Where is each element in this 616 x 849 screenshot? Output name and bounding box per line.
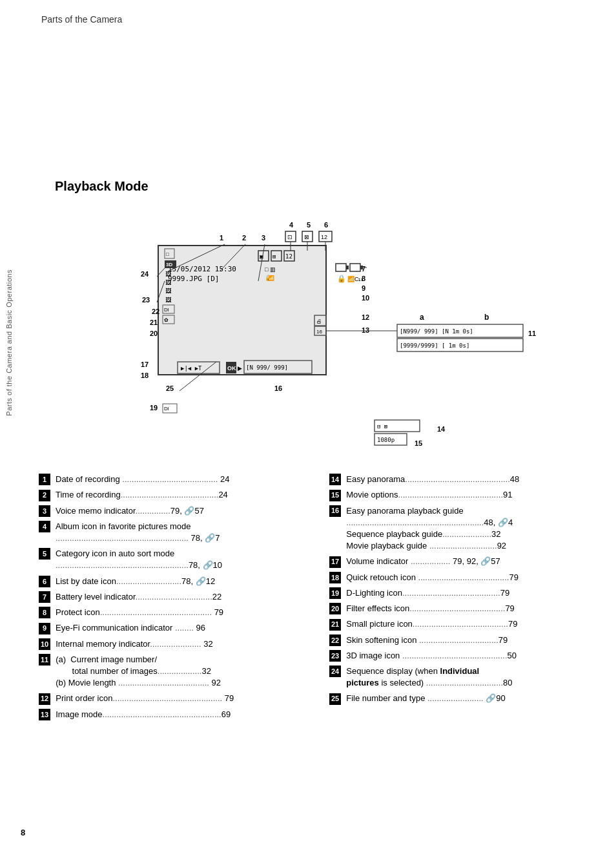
svg-text:b: b [484, 313, 489, 322]
svg-text:✿: ✿ [164, 317, 169, 323]
svg-text:🖼: 🖼 [165, 271, 171, 277]
label-item-10: 10 Internal memory indicator............… [39, 636, 310, 652]
item-number-6: 6 [39, 576, 50, 587]
label-item-4: 4 Album icon in favorite pictures mode..… [39, 519, 310, 546]
svg-text:6: 6 [324, 221, 328, 229]
label-item-1: 1 Date of recording ....................… [39, 472, 310, 487]
svg-text:□: □ [166, 251, 169, 257]
item-text-1: Date of recording ......................… [56, 474, 310, 485]
label-item-15: 15 Movie options........................… [329, 487, 601, 503]
svg-rect-59 [346, 266, 349, 269]
item-text-9: Eye-Fi communication indicator ........ … [56, 622, 310, 634]
item-text-25: File number and type ...................… [346, 693, 601, 704]
item-number-2: 2 [39, 490, 50, 501]
label-item-16: 16 Easy panorama playback guide ........… [329, 503, 601, 554]
label-item-25: 25 File number and type ................… [329, 691, 601, 706]
item-number-17: 17 [329, 556, 341, 568]
svg-text:⊠: ⊠ [304, 234, 309, 240]
item-number-18: 18 [329, 572, 341, 583]
svg-text:📶: 📶 [268, 275, 274, 281]
svg-text:21: 21 [150, 319, 158, 326]
svg-text:12: 12 [321, 234, 327, 240]
item-text-6: List by date icon.......................… [56, 576, 310, 587]
svg-text:17: 17 [141, 361, 149, 368]
camera-diagram: 15/05/2012 15:30 9999.JPG [D] ▣ ⊞ 12 □ ▥… [39, 207, 601, 459]
item-text-11: (a) Current image number/ total number o… [56, 654, 310, 689]
svg-text:4: 4 [289, 221, 294, 229]
svg-text:23: 23 [142, 296, 150, 304]
svg-text:14: 14 [437, 425, 446, 433]
label-item-9: 9 Eye-Fi communication indicator .......… [39, 620, 310, 636]
svg-text:[N999/ 999] [N  1m 0s]: [N999/ 999] [N 1m 0s] [400, 328, 473, 335]
item-text-24: Sequence display (when Individualpicture… [346, 666, 601, 689]
svg-text:🖨: 🖨 [316, 319, 322, 324]
item-text-23: 3D image icon ..........................… [346, 650, 601, 662]
label-item-2: 2 Time of recording.....................… [39, 487, 310, 503]
svg-text:□ ▥: □ ▥ [265, 266, 276, 273]
svg-text:25: 25 [166, 384, 174, 392]
item-number-13: 13 [39, 709, 50, 720]
item-text-21: Small picture icon......................… [346, 618, 601, 630]
label-item-20: 20 Filter effects icon..................… [329, 601, 601, 616]
label-item-12: 12 Print order icon.....................… [39, 691, 310, 706]
item-text-15: Movie options...........................… [346, 489, 601, 501]
item-number-14: 14 [329, 474, 341, 485]
svg-text:12: 12 [362, 313, 369, 321]
sidebar: Parts of the Camera and Basic Operations [0, 116, 18, 569]
label-item-23: 23 3D image icon .......................… [329, 648, 601, 664]
svg-rect-60 [350, 264, 360, 271]
item-text-22: Skin softening icon ....................… [346, 634, 601, 646]
item-number-25: 25 [329, 693, 341, 705]
svg-text:🖼: 🖼 [165, 297, 171, 303]
item-text-13: Image mode..............................… [56, 709, 310, 720]
svg-text:15: 15 [415, 439, 422, 447]
diagram-svg: 15/05/2012 15:30 9999.JPG [D] ▣ ⊞ 12 □ ▥… [39, 207, 601, 459]
item-number-16: 16 [329, 505, 341, 517]
item-number-20: 20 [329, 603, 341, 614]
item-number-3: 3 [39, 505, 50, 517]
svg-text:9: 9 [362, 284, 365, 292]
item-text-12: Print order icon........................… [56, 693, 310, 704]
svg-text:22: 22 [152, 308, 159, 315]
label-item-6: 6 List by date icon.....................… [39, 574, 310, 589]
svg-text:16: 16 [316, 329, 322, 335]
item-number-22: 22 [329, 634, 341, 646]
svg-text:3: 3 [262, 234, 265, 242]
svg-text:OK: OK [227, 365, 236, 372]
svg-text:16: 16 [274, 384, 282, 392]
label-item-5: 5 Category icon in auto sort mode.......… [39, 546, 310, 573]
item-text-16: Easy panorama playback guide ...........… [346, 505, 601, 552]
label-item-21: 21 Small picture icon...................… [329, 616, 601, 632]
item-number-5: 5 [39, 548, 50, 560]
section-title: Playback Mode [55, 179, 149, 194]
svg-text:3D: 3D [166, 262, 172, 267]
svg-text:[9999/9999] [   1m 0s]: [9999/9999] [ 1m 0s] [400, 342, 469, 349]
item-number-11: 11 [39, 654, 50, 666]
svg-text:5: 5 [307, 221, 311, 229]
item-text-2: Time of recording.......................… [56, 489, 310, 501]
label-item-17: 17 Volume indicator ................. 79… [329, 554, 601, 569]
item-text-17: Volume indicator ................. 79, 9… [346, 556, 601, 567]
svg-text:a: a [420, 313, 424, 322]
item-text-20: Filter effects icon.....................… [346, 603, 601, 614]
item-text-10: Internal memory indicator...............… [56, 638, 310, 650]
item-number-9: 9 [39, 623, 50, 634]
labels-section: 1 Date of recording ....................… [39, 472, 601, 722]
item-number-12: 12 [39, 693, 50, 705]
item-text-5: Category icon in auto sort mode.........… [56, 548, 310, 571]
label-item-11: 11 (a) Current image number/ total numbe… [39, 652, 310, 691]
label-item-8: 8 Protect icon..........................… [39, 605, 310, 620]
svg-rect-58 [336, 264, 346, 271]
item-number-8: 8 [39, 607, 50, 618]
item-text-3: Voice memo indicator...............79, 🔗… [56, 505, 310, 517]
item-number-24: 24 [329, 666, 341, 677]
item-text-18: Quick retouch icon .....................… [346, 572, 601, 583]
label-item-19: 19 D-Lighting icon......................… [329, 585, 601, 601]
item-text-7: Battery level indicator.................… [56, 591, 310, 603]
svg-text:[N 999/ 999]: [N 999/ 999] [246, 364, 288, 371]
svg-text:9999.JPG [D]: 9999.JPG [D] [168, 275, 219, 283]
svg-text:1080p: 1080p [377, 437, 395, 443]
item-number-10: 10 [39, 638, 50, 650]
svg-text:▶: ▶ [238, 365, 242, 372]
svg-text:⊡: ⊡ [287, 234, 293, 240]
